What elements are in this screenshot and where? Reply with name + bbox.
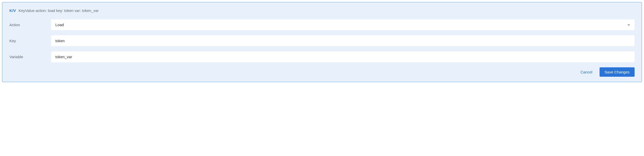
variable-label: Variable: [9, 55, 51, 59]
keyvalue-panel: K/V KeyValue action: load key: token var…: [2, 2, 642, 82]
kv-badge: K/V: [9, 8, 16, 13]
action-select[interactable]: Load: [51, 19, 635, 30]
action-label: Action: [9, 23, 51, 27]
action-row: Action Load: [9, 19, 635, 30]
panel-title: KeyValue action: load key: token var: to…: [19, 8, 99, 13]
variable-input[interactable]: [51, 51, 635, 62]
panel-footer: Cancel Save Changes: [9, 67, 635, 77]
panel-header: K/V KeyValue action: load key: token var…: [9, 8, 635, 13]
variable-row: Variable: [9, 51, 635, 62]
key-row: Key: [9, 35, 635, 46]
save-button[interactable]: Save Changes: [600, 67, 635, 77]
key-input[interactable]: [51, 35, 635, 46]
key-control: [51, 35, 635, 46]
cancel-button[interactable]: Cancel: [579, 68, 593, 76]
key-label: Key: [9, 39, 51, 43]
variable-control: [51, 51, 635, 62]
action-control: Load: [51, 19, 635, 30]
